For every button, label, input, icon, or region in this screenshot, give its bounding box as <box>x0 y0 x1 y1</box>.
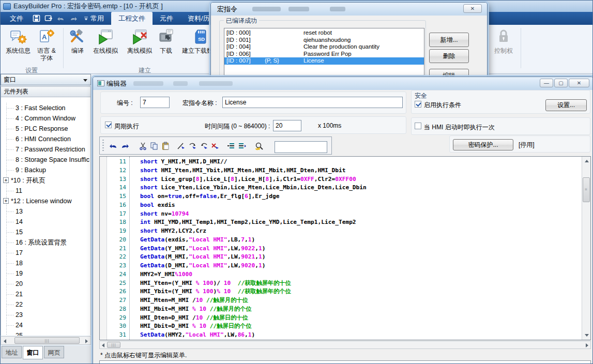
tree-item[interactable]: 9 : Backup <box>1 165 91 175</box>
enable-condition-checkbox[interactable] <box>415 101 421 108</box>
online-simulation-label: 在线模拟 <box>89 47 121 54</box>
tree-item[interactable]: +*10 : 开机页 <box>1 175 91 186</box>
sidebar-tab-2[interactable]: 网页 <box>44 346 64 358</box>
next-mark-icon[interactable] <box>188 142 197 150</box>
interval-input[interactable] <box>273 120 301 131</box>
tree-item[interactable]: 11 <box>1 186 91 196</box>
code-line: GetData(D_HMI,"Local HMI",LW,9020,1) <box>140 262 582 270</box>
periodic-checkbox[interactable] <box>105 122 112 128</box>
tree-item[interactable]: 24 <box>1 320 91 330</box>
tree-item[interactable]: 7 : Password Restriction <box>1 144 91 155</box>
ribbon-tab-0[interactable]: 常用 <box>83 12 111 25</box>
new-macro-button[interactable]: 新增... <box>429 33 469 47</box>
tree-item[interactable]: 13 <box>1 206 91 217</box>
scroll-right-arrow[interactable] <box>85 339 88 343</box>
easybuilder-main-window: EasyBuilder Pro : 宏指令密码.emtp - [10 - 开机页… <box>0 0 593 364</box>
macro-list-row[interactable]: [ID : 004]Clear the production quantity <box>224 43 424 51</box>
search-icon[interactable] <box>255 142 264 150</box>
tree-item[interactable]: 4 : Common Window <box>1 113 91 124</box>
code-line: HMY2=Y_HMI%1000 <box>140 270 582 279</box>
save-icon[interactable] <box>32 14 41 23</box>
sidebar-horizontal-scrollbar[interactable]: ||| <box>1 336 91 345</box>
copy-icon[interactable] <box>150 142 159 150</box>
cut-icon[interactable] <box>139 142 147 150</box>
tree-item[interactable]: 5 : PLC Response <box>1 124 91 134</box>
macro-id-input[interactable] <box>140 97 170 108</box>
scroll-left-arrow[interactable] <box>4 339 6 343</box>
offline-simulation-button[interactable]: 离线模拟 <box>124 28 156 68</box>
macro-name-input[interactable] <box>222 97 403 108</box>
indent-icon[interactable] <box>226 142 235 150</box>
scroll-down-arrow[interactable] <box>585 334 589 337</box>
line-number: 16 <box>107 201 129 210</box>
scrollbar-thumb[interactable]: ||| <box>107 342 120 348</box>
tree-item[interactable]: 18 <box>1 258 91 268</box>
macro-list-row[interactable]: [ID : 006]Password Err Pop <box>224 51 424 58</box>
macro-list-row[interactable]: [ID : 007]{P, S}License <box>224 57 424 65</box>
macro-dialog-titlebar[interactable]: 宏指令 ✕ <box>211 3 487 16</box>
run-on-startup-checkbox[interactable] <box>415 123 421 129</box>
tree-item[interactable]: 15 <box>1 227 91 237</box>
redo-icon[interactable] <box>69 14 78 23</box>
expand-icon[interactable]: + <box>3 198 9 204</box>
compile-button[interactable]: 编译 <box>66 28 89 68</box>
maximize-icon[interactable]: ▢ <box>554 79 568 87</box>
ribbon-tab-1[interactable]: 工程文件 <box>111 12 153 25</box>
sidebar-tab-0[interactable]: 地址 <box>2 346 22 358</box>
delete-macro-button[interactable]: 删除 <box>429 49 469 63</box>
close-icon[interactable]: ✕ <box>463 4 482 13</box>
window-pane-dropdown[interactable]: 窗口 <box>1 74 91 85</box>
tree-item[interactable]: 23 <box>1 310 91 320</box>
close-icon[interactable]: ✕ <box>569 79 589 87</box>
tree-item[interactable]: 3 : Fast Selection <box>1 103 91 113</box>
language-font-button[interactable]: A 语言 & 字体 <box>34 28 59 68</box>
code-text-area[interactable]: short Y_HMI,M_HMI,D_HMI//short HMI_Yten,… <box>130 157 582 340</box>
minimize-icon[interactable]: — <box>540 79 553 87</box>
outdent-icon[interactable] <box>238 142 247 150</box>
tree-item[interactable]: 21 <box>1 289 91 299</box>
insert-mark-icon[interactable] <box>177 142 186 150</box>
macro-list-row[interactable]: [ID : 000]reset robot <box>224 29 424 37</box>
interval-unit-label: x 100ms <box>318 122 341 129</box>
tree-item[interactable]: 17 <box>1 248 91 258</box>
scrollbar-thumb[interactable]: ||| <box>14 337 80 344</box>
tree-item[interactable]: 19 <box>1 268 91 279</box>
undo-icon[interactable] <box>109 142 118 150</box>
scroll-up-arrow[interactable] <box>585 160 589 162</box>
control-permission-button[interactable]: 控制权 <box>489 28 518 68</box>
tree-item-label: 4 : Common Window <box>16 113 75 124</box>
download-button[interactable]: 下载 <box>156 28 176 68</box>
paste-icon[interactable] <box>161 142 170 150</box>
macro-list-row[interactable]: [ID : 001]qiehuanshoudong <box>224 37 424 44</box>
scroll-left-arrow[interactable] <box>102 343 104 347</box>
system-info-button[interactable]: 系统信息 <box>4 28 33 68</box>
clear-marks-icon[interactable] <box>211 142 220 150</box>
macro-list[interactable]: [ID : 000]reset robot[ID : 001]qiehuansh… <box>224 28 424 75</box>
tree-item[interactable]: 8 : Storage Space Insuffic <box>1 155 91 165</box>
code-vertical-scrollbar[interactable]: ≡ <box>582 157 590 340</box>
tree-item[interactable]: 25 <box>1 330 91 336</box>
scroll-right-arrow[interactable] <box>586 343 588 347</box>
interval-label: 时间间隔 (0 ~ 864000) : <box>205 122 270 131</box>
prev-mark-icon[interactable] <box>200 142 208 150</box>
online-simulation-button[interactable]: 在线模拟 <box>89 28 121 68</box>
redo-icon[interactable] <box>120 142 129 150</box>
file-menu-button[interactable]: 文件 <box>4 12 29 25</box>
export-icon[interactable] <box>44 14 53 23</box>
code-horizontal-scrollbar[interactable]: ||| <box>99 341 591 349</box>
tree-item[interactable]: +*12 : License window <box>1 196 91 206</box>
expand-icon[interactable]: + <box>3 177 9 183</box>
password-protect-button[interactable]: 密码保护... <box>453 139 513 150</box>
tree-item[interactable]: 14 <box>1 217 91 227</box>
tree-item[interactable]: 6 : HMI Connection <box>1 134 91 144</box>
undo-icon[interactable] <box>56 14 66 23</box>
editor-titlebar[interactable]: 编辑器 — ▢ ✕ <box>93 77 593 90</box>
tree-item[interactable]: 20 <box>1 279 91 289</box>
scrollbar-thumb[interactable]: ≡ <box>583 177 590 202</box>
tree-item[interactable]: 16 : 系统设置背景 <box>1 237 91 248</box>
settings-button[interactable]: 设置... <box>545 99 587 111</box>
search-input[interactable] <box>275 141 327 153</box>
ribbon-tab-2[interactable]: 元件 <box>153 12 180 25</box>
sidebar-tab-1[interactable]: 窗口 <box>23 346 43 359</box>
tree-item[interactable]: 22 <box>1 299 91 310</box>
